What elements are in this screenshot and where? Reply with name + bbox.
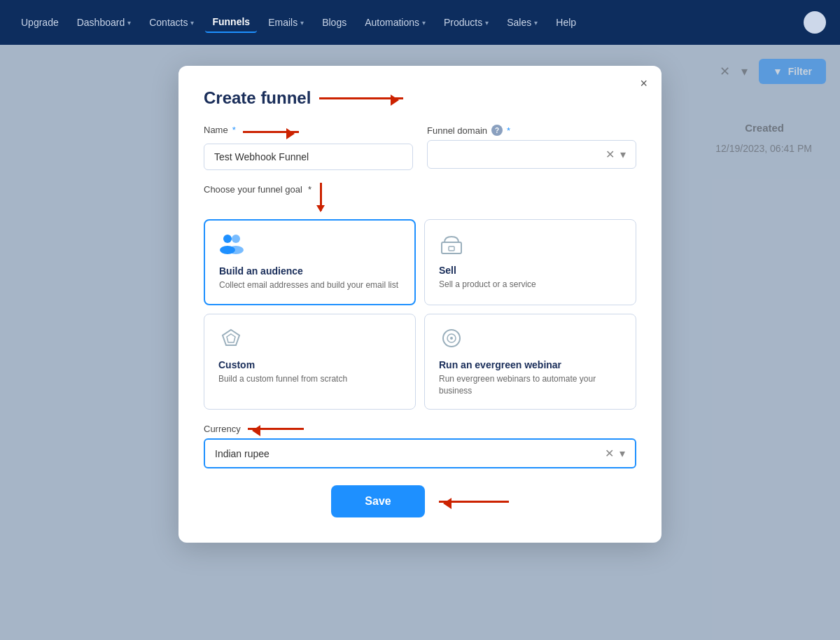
svg-marker-7: [227, 334, 235, 342]
sell-icon: [439, 232, 464, 258]
domain-col: Funnel domain ? * ✕ ▾: [427, 125, 636, 170]
goal-card-audience[interactable]: Build an audience Collect email addresse…: [204, 219, 416, 305]
goal-label: Choose your funnel goal *: [204, 184, 312, 195]
currency-arrow-annotation: [248, 428, 304, 430]
svg-rect-5: [449, 246, 454, 251]
nav-sales[interactable]: Sales ▾: [500, 13, 545, 32]
custom-goal-desc: Build a custom funnel from scratch: [218, 373, 401, 385]
navbar: Upgrade Dashboard ▾ Contacts ▾ Funnels E…: [0, 0, 840, 45]
webinar-icon: [439, 327, 464, 352]
audience-icon: [219, 233, 244, 258]
sales-chevron-icon: ▾: [534, 19, 538, 27]
modal-close-button[interactable]: ×: [640, 77, 648, 90]
nav-emails[interactable]: Emails ▾: [261, 13, 311, 32]
funnel-domain-select[interactable]: ✕ ▾: [427, 140, 636, 169]
domain-clear-icon[interactable]: ✕: [606, 148, 615, 161]
currency-select[interactable]: Indian rupee ✕ ▾: [204, 438, 636, 468]
currency-clear-icon[interactable]: ✕: [605, 447, 614, 460]
webinar-goal-desc: Run evergreen webinars to automate your …: [439, 373, 622, 397]
info-icon: ?: [491, 125, 503, 136]
name-label-row: Name*: [204, 125, 413, 139]
nav-products[interactable]: Products ▾: [437, 13, 496, 32]
name-arrow-annotation: [243, 131, 299, 133]
currency-value: Indian rupee: [215, 448, 270, 459]
currency-label-row: Currency: [204, 424, 636, 434]
create-funnel-modal: × Create funnel Name* Funnel domain ?: [178, 66, 662, 543]
products-chevron-icon: ▾: [485, 19, 489, 27]
nav-items: Upgrade Dashboard ▾ Contacts ▾ Funnels E…: [14, 11, 826, 34]
webinar-goal-title: Run an evergreen webinar: [439, 359, 622, 370]
name-col: Name*: [204, 125, 413, 170]
sell-goal-title: Sell: [439, 265, 622, 276]
svg-point-3: [228, 246, 244, 254]
modal-title: Create funnel: [204, 88, 636, 108]
save-arrow-annotation: [439, 501, 509, 503]
audience-goal-title: Build an audience: [219, 265, 400, 277]
name-label: Name*: [204, 125, 236, 135]
currency-section: Currency Indian rupee ✕ ▾: [204, 424, 636, 468]
svg-rect-4: [442, 242, 461, 253]
nav-automations[interactable]: Automations ▾: [358, 13, 433, 32]
svg-point-10: [450, 337, 453, 340]
domain-label: Funnel domain ? *: [427, 125, 636, 136]
sell-goal-desc: Sell a product or a service: [439, 279, 622, 291]
avatar[interactable]: [804, 11, 826, 34]
custom-icon: [218, 327, 244, 352]
title-arrow-annotation: [319, 97, 403, 99]
nav-contacts[interactable]: Contacts ▾: [142, 13, 201, 32]
goal-section: Choose your funnel goal *: [204, 184, 636, 410]
automations-chevron-icon: ▾: [422, 19, 426, 27]
goal-card-custom[interactable]: Custom Build a custom funnel from scratc…: [204, 314, 416, 410]
nav-dashboard[interactable]: Dashboard ▾: [70, 13, 139, 32]
goal-grid: Build an audience Collect email addresse…: [204, 219, 636, 410]
dashboard-chevron-icon: ▾: [127, 19, 131, 27]
nav-help[interactable]: Help: [549, 13, 583, 32]
goal-down-arrow-annotation: [320, 183, 322, 211]
svg-point-1: [232, 235, 240, 243]
name-input[interactable]: [204, 144, 413, 170]
custom-goal-title: Custom: [218, 359, 401, 370]
nav-blogs[interactable]: Blogs: [315, 13, 354, 32]
nav-upgrade[interactable]: Upgrade: [14, 13, 66, 32]
currency-label: Currency: [204, 424, 241, 434]
emails-chevron-icon: ▾: [300, 19, 304, 27]
contacts-chevron-icon: ▾: [190, 19, 194, 27]
modal-overlay: × Create funnel Name* Funnel domain ?: [0, 45, 840, 640]
nav-funnels[interactable]: Funnels: [205, 12, 257, 33]
name-domain-row: Name* Funnel domain ? * ✕ ▾: [204, 125, 636, 170]
currency-chevron-icon[interactable]: ▾: [620, 447, 625, 460]
goal-card-webinar[interactable]: Run an evergreen webinar Run evergreen w…: [424, 314, 636, 410]
audience-goal-desc: Collect email addresses and build your e…: [219, 279, 400, 291]
save-row: Save: [204, 485, 636, 517]
save-button[interactable]: Save: [331, 485, 424, 517]
goal-card-sell[interactable]: Sell Sell a product or a service: [424, 219, 636, 305]
domain-chevron-icon[interactable]: ▾: [620, 148, 626, 161]
svg-point-0: [223, 235, 232, 243]
